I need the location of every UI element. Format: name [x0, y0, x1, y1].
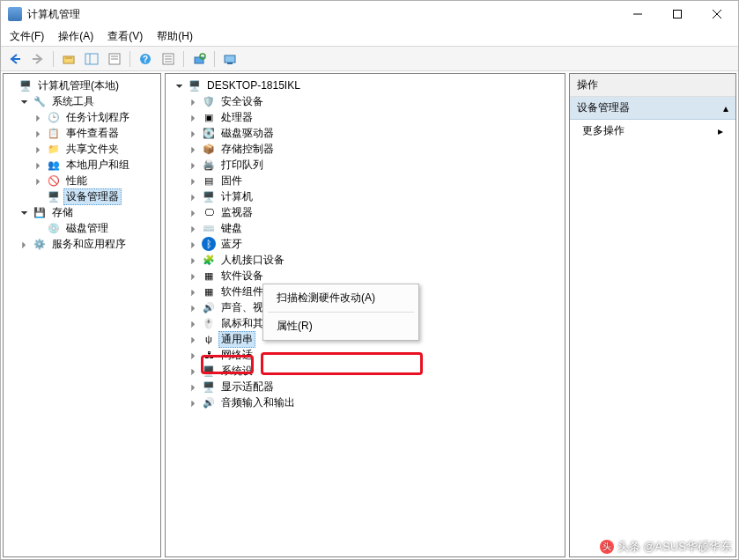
device-label: 处理器 — [218, 109, 255, 126]
menu-file[interactable]: 文件(F) — [4, 27, 49, 46]
tree-disk-management[interactable]: 💿磁盘管理 — [32, 220, 160, 236]
tree-system-tools[interactable]: ⏷🔧系统工具 — [18, 93, 160, 109]
actions-more-label: 更多操作 — [582, 123, 624, 138]
tree-services-apps[interactable]: ⏵⚙️服务和应用程序 — [18, 236, 160, 252]
tree-label: 磁盘管理 — [63, 220, 111, 237]
device-bluetooth[interactable]: ⏵ᛒ蓝牙 — [187, 236, 565, 252]
tree-label: 服务和应用程序 — [49, 236, 129, 253]
menu-help[interactable]: 帮助(H) — [151, 27, 198, 46]
tree-device-manager[interactable]: 🖥️设备管理器 — [32, 188, 160, 204]
tree-storage[interactable]: ⏷💾存储 — [18, 204, 160, 220]
actions-section[interactable]: 设备管理器 ▴ — [570, 97, 735, 120]
help-button[interactable]: ? — [135, 48, 156, 70]
device-system[interactable]: ⏵🖥️系统设 — [187, 363, 565, 379]
device-label: 计算机 — [218, 188, 255, 205]
toolbar-separator — [183, 51, 184, 67]
properties-button[interactable] — [104, 48, 125, 70]
scan-hardware-button[interactable] — [188, 48, 210, 70]
chip-icon: ▤ — [202, 173, 216, 188]
device-keyboards[interactable]: ⏵⌨️键盘 — [187, 220, 565, 236]
nav-forward-button[interactable] — [27, 48, 48, 70]
tree-label: 存储 — [49, 204, 76, 221]
hid-icon: 🧩 — [202, 253, 216, 267]
tree-task-scheduler[interactable]: ⏵🕒任务计划程序 — [32, 109, 160, 125]
device-disk-drives[interactable]: ⏵💽磁盘驱动器 — [187, 125, 565, 141]
software-icon: ▦ — [202, 269, 216, 283]
device-label: DESKTOP-1815IKL — [204, 78, 303, 92]
tree-label: 计算机管理(本地) — [35, 77, 122, 94]
nav-back-button[interactable] — [4, 48, 26, 70]
context-scan-hardware[interactable]: 扫描检测硬件改动(A) — [266, 287, 416, 309]
device-label: 通用串 — [218, 331, 255, 348]
toolbar-separator — [129, 51, 130, 67]
folder-icon: 📁 — [47, 142, 61, 156]
gpu-icon: 🖥️ — [202, 379, 216, 394]
device-view-button[interactable] — [219, 48, 240, 70]
svg-text:?: ? — [143, 55, 148, 64]
chevron-right-icon: ▸ — [718, 125, 723, 137]
title-bar: 计算机管理 — [1, 1, 738, 27]
refresh-button[interactable] — [158, 48, 179, 70]
device-print-queues[interactable]: ⏵🖨️打印队列 — [187, 157, 565, 173]
device-firmware[interactable]: ⏵▤固件 — [187, 173, 565, 188]
device-display-adapters[interactable]: ⏵🖥️显示适配器 — [187, 379, 565, 394]
tree-label: 事件查看器 — [63, 125, 122, 142]
device-label: 软件设备 — [218, 268, 266, 284]
tree-local-users[interactable]: ⏵👥本地用户和组 — [32, 157, 160, 173]
device-label: 网络适 — [218, 347, 255, 364]
svg-rect-16 — [195, 57, 203, 63]
svg-rect-1 — [673, 11, 681, 18]
toolbar-separator — [214, 51, 215, 67]
log-icon: 📋 — [47, 126, 61, 140]
device-processors[interactable]: ⏵▣处理器 — [187, 109, 565, 125]
svg-rect-4 — [63, 56, 74, 63]
device-label: 打印队列 — [218, 157, 266, 173]
tree-performance[interactable]: ⏵🚫性能 — [32, 173, 160, 188]
device-root[interactable]: ⏷🖥️DESKTOP-1815IKL — [173, 77, 565, 93]
actions-more[interactable]: 更多操作 ▸ — [570, 120, 735, 142]
maximize-button[interactable] — [657, 2, 697, 26]
minimize-button[interactable] — [617, 2, 657, 26]
system-icon: 🖥️ — [202, 364, 216, 378]
controller-icon: 📦 — [202, 142, 216, 156]
menu-view[interactable]: 查看(V) — [102, 27, 148, 46]
storage-icon: 💾 — [33, 205, 47, 219]
keyboard-icon: ⌨️ — [202, 221, 216, 235]
device-audio-io[interactable]: ⏵🔊音频输入和输出 — [187, 394, 565, 410]
context-properties[interactable]: 属性(R) — [266, 315, 416, 337]
device-monitors[interactable]: ⏵🖵监视器 — [187, 204, 565, 220]
toolbar-separator — [53, 51, 54, 67]
clock-icon: 🕒 — [47, 110, 61, 124]
show-hide-tree-button[interactable] — [81, 48, 102, 70]
device-manager-icon: 🖥️ — [47, 189, 61, 203]
device-computer[interactable]: ⏵🖥️计算机 — [187, 188, 565, 204]
bluetooth-icon: ᛒ — [202, 237, 216, 251]
menu-action[interactable]: 操作(A) — [53, 27, 99, 46]
device-label: 蓝牙 — [218, 236, 245, 253]
context-menu: 扫描检测硬件改动(A) 属性(R) — [262, 284, 419, 341]
speaker-icon: 🔊 — [202, 300, 216, 314]
tree-label: 任务计划程序 — [63, 109, 132, 126]
users-icon: 👥 — [47, 158, 61, 172]
tree-label: 设备管理器 — [63, 188, 122, 205]
app-icon — [8, 7, 22, 21]
watermark-text: 头条 @ASUS华硕华东 — [617, 539, 732, 555]
svg-rect-18 — [225, 55, 235, 63]
device-label: 音频输入和输出 — [218, 394, 298, 411]
tree-event-viewer[interactable]: ⏵📋事件查看器 — [32, 125, 160, 141]
tree-label: 本地用户和组 — [63, 157, 132, 173]
device-hid[interactable]: ⏵🧩人机接口设备 — [187, 252, 565, 268]
device-software-devices[interactable]: ⏵▦软件设备 — [187, 268, 565, 284]
device-network[interactable]: ⏵🖧网络适 — [187, 347, 565, 363]
usb-icon: ψ — [202, 332, 216, 346]
tree-shared-folders[interactable]: ⏵📁共享文件夹 — [32, 141, 160, 157]
close-button[interactable] — [697, 2, 736, 26]
up-level-button[interactable] — [58, 48, 79, 70]
device-security[interactable]: ⏵🛡️安全设备 — [187, 93, 565, 109]
console-tree-pane[interactable]: 🖥️计算机管理(本地) ⏷🔧系统工具 ⏵🕒任务计划程序 ⏵📋事件查看器 ⏵📁共享… — [3, 73, 161, 557]
printer-icon: 🖨️ — [202, 158, 216, 172]
disk-icon: 💿 — [47, 221, 61, 235]
tree-computer-management[interactable]: 🖥️计算机管理(本地) — [4, 77, 160, 93]
device-label: 安全设备 — [218, 93, 266, 110]
device-storage-controllers[interactable]: ⏵📦存储控制器 — [187, 141, 565, 157]
